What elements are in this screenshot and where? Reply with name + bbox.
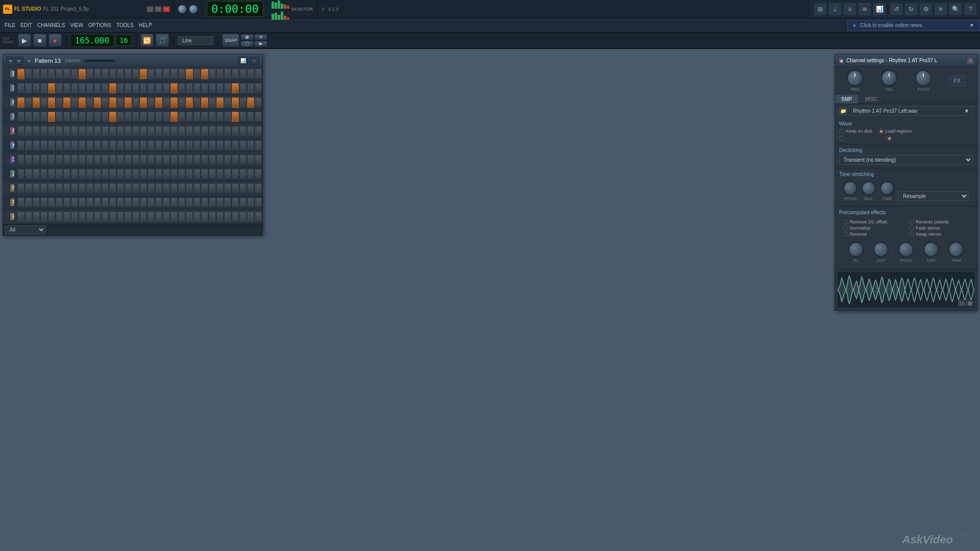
step[interactable] xyxy=(86,112,93,122)
step[interactable] xyxy=(239,112,247,122)
step[interactable] xyxy=(209,183,216,193)
step[interactable] xyxy=(63,155,70,165)
step[interactable] xyxy=(102,197,109,208)
step[interactable] xyxy=(132,197,139,208)
step[interactable] xyxy=(86,183,93,193)
channel-solo-btn[interactable] xyxy=(9,99,10,106)
step[interactable] xyxy=(239,69,247,79)
pattern-prev-button[interactable]: ◄ xyxy=(6,57,14,65)
ts-mul-knob[interactable] xyxy=(862,181,876,195)
step[interactable] xyxy=(255,112,262,122)
step[interactable] xyxy=(86,69,93,79)
step[interactable] xyxy=(40,83,47,93)
prg-knob[interactable] xyxy=(847,70,863,86)
step[interactable] xyxy=(247,140,254,151)
channel-solo-btn[interactable] xyxy=(9,142,10,148)
step[interactable] xyxy=(155,140,162,151)
step[interactable] xyxy=(48,183,55,193)
trim-knob[interactable] xyxy=(948,242,964,257)
in-knob[interactable] xyxy=(848,242,864,257)
step[interactable] xyxy=(163,83,170,93)
step[interactable] xyxy=(255,197,262,208)
beat-display[interactable]: 16 xyxy=(116,35,132,46)
help-icon[interactable]: ? xyxy=(964,3,977,16)
step[interactable] xyxy=(239,169,247,179)
step[interactable] xyxy=(56,126,63,136)
step[interactable] xyxy=(163,183,170,193)
step[interactable] xyxy=(63,140,70,151)
step[interactable] xyxy=(132,212,139,222)
sample-folder-icon[interactable]: 📁 xyxy=(839,107,847,115)
step[interactable] xyxy=(33,140,40,151)
step[interactable] xyxy=(94,197,101,208)
step[interactable] xyxy=(25,212,32,222)
step[interactable] xyxy=(17,97,24,108)
step[interactable] xyxy=(117,69,124,79)
step[interactable] xyxy=(94,155,101,165)
remove-dc-radio[interactable] xyxy=(843,219,848,224)
step[interactable] xyxy=(48,112,55,122)
step[interactable] xyxy=(86,83,93,93)
step[interactable] xyxy=(178,169,185,179)
step[interactable] xyxy=(17,197,24,208)
step[interactable] xyxy=(125,112,132,122)
play-button[interactable]: ▶ xyxy=(18,34,31,47)
step[interactable] xyxy=(79,197,86,208)
small-btn-2[interactable]: ⊕ xyxy=(254,34,267,40)
step[interactable] xyxy=(63,97,70,108)
step[interactable] xyxy=(33,155,40,165)
swap-stereo-radio[interactable] xyxy=(909,232,914,237)
step[interactable] xyxy=(40,212,47,222)
step[interactable] xyxy=(186,69,193,79)
step[interactable] xyxy=(86,97,93,108)
undo-icon[interactable]: ↺ xyxy=(890,3,903,16)
step[interactable] xyxy=(209,169,216,179)
step[interactable] xyxy=(178,212,185,222)
step[interactable] xyxy=(148,155,155,165)
step[interactable] xyxy=(163,155,170,165)
step[interactable] xyxy=(140,83,147,93)
step[interactable] xyxy=(102,126,109,136)
fx-button[interactable]: FX xyxy=(949,76,965,86)
step[interactable] xyxy=(71,169,78,179)
pogo-knob[interactable] xyxy=(898,242,914,257)
step[interactable] xyxy=(170,212,178,222)
step[interactable] xyxy=(247,197,254,208)
step[interactable] xyxy=(201,183,208,193)
channel-mute-btn[interactable] xyxy=(7,157,8,163)
step[interactable] xyxy=(224,83,231,93)
step[interactable] xyxy=(255,212,262,222)
step[interactable] xyxy=(125,183,132,193)
menu-options[interactable]: OPTIONS xyxy=(86,22,114,29)
step[interactable] xyxy=(71,83,78,93)
step[interactable] xyxy=(86,212,93,222)
step[interactable] xyxy=(48,169,55,179)
mixer-icon[interactable]: ⊞ xyxy=(814,3,827,16)
step[interactable] xyxy=(239,126,247,136)
pitch-knob[interactable] xyxy=(915,70,932,86)
step[interactable] xyxy=(209,112,216,122)
step[interactable] xyxy=(247,183,254,193)
step[interactable] xyxy=(71,140,78,151)
step[interactable] xyxy=(193,212,201,222)
step[interactable] xyxy=(232,126,239,136)
step[interactable] xyxy=(239,183,247,193)
step[interactable] xyxy=(132,69,139,79)
step[interactable] xyxy=(94,97,101,108)
step[interactable] xyxy=(193,97,201,108)
step[interactable] xyxy=(178,126,185,136)
step[interactable] xyxy=(140,169,147,179)
step[interactable] xyxy=(71,212,78,222)
step[interactable] xyxy=(79,112,86,122)
step[interactable] xyxy=(56,97,63,108)
step[interactable] xyxy=(148,197,155,208)
step[interactable] xyxy=(71,97,78,108)
step[interactable] xyxy=(155,212,162,222)
step[interactable] xyxy=(56,155,63,165)
step[interactable] xyxy=(255,83,262,93)
step[interactable] xyxy=(193,126,201,136)
step[interactable] xyxy=(117,97,124,108)
step[interactable] xyxy=(224,140,231,151)
step[interactable] xyxy=(232,97,239,108)
step[interactable] xyxy=(232,212,239,222)
